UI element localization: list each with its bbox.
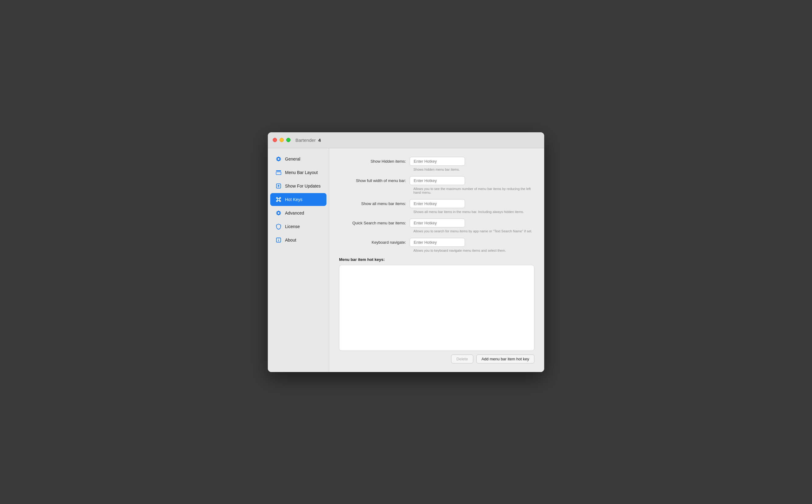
window-title: Bartender 4 bbox=[295, 138, 321, 143]
sidebar-label-show-for-updates: Show For Updates bbox=[285, 184, 320, 188]
hotkey-input-show-all[interactable] bbox=[410, 199, 465, 208]
svg-rect-0 bbox=[276, 170, 281, 171]
arrow-up-square-icon bbox=[275, 183, 282, 189]
sidebar-label-general: General bbox=[285, 157, 300, 161]
sidebar-item-show-for-updates[interactable]: Show For Updates bbox=[270, 180, 326, 192]
main-content: Show Hidden items: Shows hidden menu bar… bbox=[329, 148, 544, 372]
sidebar-label-license: License bbox=[285, 224, 300, 229]
sidebar-label-hot-keys: Hot Keys bbox=[285, 197, 302, 202]
sidebar-label-about: About bbox=[285, 238, 296, 242]
add-menu-bar-hotkey-button[interactable]: Add menu bar item hot key bbox=[476, 355, 534, 363]
hotkey-label-keyboard-navigate: Keyboard navigate: bbox=[339, 240, 410, 245]
sidebar-label-menu-bar-layout: Menu Bar Layout bbox=[285, 170, 318, 175]
section-title-menu-bar-hotkeys: Menu bar item hot keys: bbox=[339, 257, 534, 262]
minimize-button[interactable] bbox=[279, 138, 284, 142]
shield-icon bbox=[275, 223, 282, 230]
menubar-icon bbox=[275, 169, 282, 176]
app-name: Bartender bbox=[295, 138, 316, 143]
sidebar-item-general[interactable]: General bbox=[270, 153, 326, 165]
hotkey-input-keyboard-navigate[interactable] bbox=[410, 238, 465, 247]
sidebar-item-hot-keys[interactable]: Hot Keys bbox=[270, 193, 326, 206]
hotkey-input-full-width[interactable] bbox=[410, 176, 465, 185]
sidebar-label-advanced: Advanced bbox=[285, 211, 304, 215]
hotkey-row-full-width: Show full width of menu bar: bbox=[339, 176, 534, 185]
hotkey-hint-show-all: Shows all menu bar items in the menu bar… bbox=[414, 210, 534, 214]
maximize-button[interactable] bbox=[286, 138, 290, 142]
close-button[interactable] bbox=[273, 138, 277, 142]
sidebar-item-about[interactable]: About bbox=[270, 234, 326, 246]
gear-icon bbox=[275, 156, 282, 162]
content-area: General Menu Bar Layout bbox=[268, 148, 544, 372]
titlebar: Bartender 4 bbox=[268, 132, 544, 148]
hotkey-label-quick-search: Quick Search menu bar items: bbox=[339, 221, 410, 225]
hotkey-row-show-hidden: Show Hidden items: bbox=[339, 157, 534, 166]
hotkey-label-show-hidden: Show Hidden items: bbox=[339, 159, 410, 164]
hotkey-input-quick-search[interactable] bbox=[410, 219, 465, 227]
sidebar-item-menu-bar-layout[interactable]: Menu Bar Layout bbox=[270, 166, 326, 179]
hotkeys-list bbox=[339, 265, 534, 351]
sidebar-item-license[interactable]: License bbox=[270, 220, 326, 233]
svg-point-6 bbox=[278, 239, 279, 239]
app-window: Bartender 4 General bbox=[268, 132, 544, 372]
svg-rect-1 bbox=[276, 172, 281, 175]
app-version: 4 bbox=[318, 138, 320, 143]
hotkey-hint-full-width: Allows you to see the maximum number of … bbox=[414, 187, 534, 194]
hotkey-row-keyboard-navigate: Keyboard navigate: bbox=[339, 238, 534, 247]
hotkey-label-show-all: Show all menu bar items: bbox=[339, 201, 410, 206]
traffic-lights bbox=[273, 138, 290, 142]
hotkey-input-show-hidden[interactable] bbox=[410, 157, 465, 166]
hotkey-hint-quick-search: Allows you to search for menu items by a… bbox=[414, 229, 534, 233]
hotkey-row-quick-search: Quick Search menu bar items: bbox=[339, 219, 534, 227]
info-icon bbox=[275, 237, 282, 243]
hotkey-row-show-all: Show all menu bar items: bbox=[339, 199, 534, 208]
bottom-buttons: Delete Add menu bar item hot key bbox=[339, 355, 534, 363]
hotkey-label-full-width: Show full width of menu bar: bbox=[339, 178, 410, 183]
sidebar: General Menu Bar Layout bbox=[268, 148, 329, 372]
gear-advanced-icon bbox=[275, 210, 282, 216]
command-icon bbox=[275, 196, 282, 203]
hotkey-hint-show-hidden: Shows hidden menu bar items. bbox=[414, 168, 534, 171]
hotkey-hint-keyboard-navigate: Allows you to keyboard navigate menu ite… bbox=[414, 249, 534, 252]
delete-button[interactable]: Delete bbox=[451, 355, 473, 363]
sidebar-item-advanced[interactable]: Advanced bbox=[270, 207, 326, 219]
